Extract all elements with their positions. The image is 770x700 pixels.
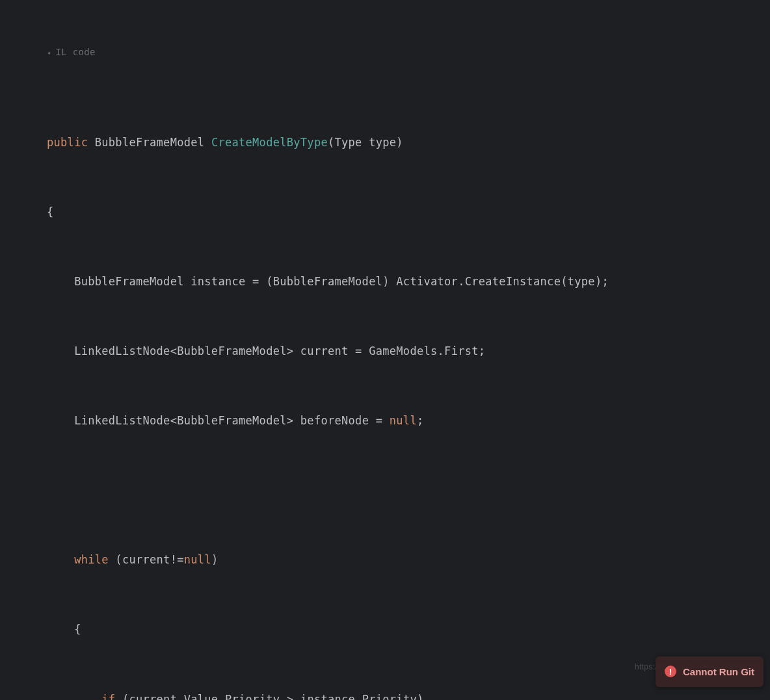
code-line: LinkedListNode<BubbleFrameModel> current…	[13, 340, 770, 363]
code-editor[interactable]: ✦ IL code public BubbleFrameModel Create…	[0, 0, 770, 700]
code-line: while (current!=null)	[13, 549, 770, 572]
code-line: public BubbleFrameModel CreateModelByTyp…	[13, 131, 770, 155]
error-message: Cannot Run Git	[683, 662, 754, 682]
code-line: LinkedListNode<BubbleFrameModel> beforeN…	[13, 409, 770, 433]
code-line: {	[13, 618, 770, 642]
git-error-notification[interactable]: ! Cannot Run Git	[656, 656, 763, 688]
hint-label: IL code	[56, 46, 96, 59]
code-line: {	[13, 201, 770, 224]
code-line: BubbleFrameModel instance = (BubbleFrame…	[13, 270, 770, 294]
sparkle-icon: ✦	[47, 47, 52, 58]
error-icon: !	[665, 666, 676, 677]
il-code-hint: ✦ IL code	[13, 46, 770, 59]
code-line	[13, 479, 770, 502]
code-line: if (current.Value.Priority > instance.Pr…	[13, 688, 770, 700]
